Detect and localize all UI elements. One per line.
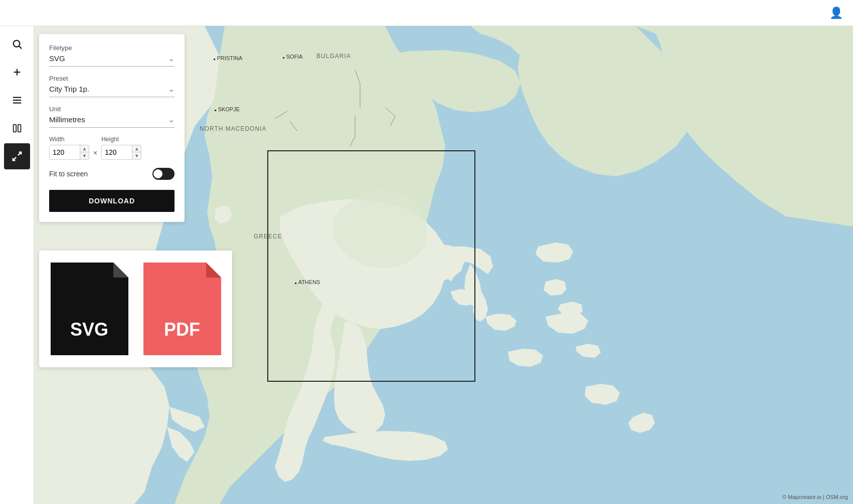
unit-chevron-icon[interactable]: ⌄ xyxy=(168,115,175,124)
filetype-label: Filetype xyxy=(49,44,175,52)
height-spin-up[interactable]: ▲ xyxy=(132,145,141,152)
fit-to-screen-label: Fit to screen xyxy=(49,170,88,178)
filetype-select-row[interactable]: SVG ⌄ xyxy=(49,54,175,67)
dimensions-field: Width ▲ ▼ × Height ▲ ▼ xyxy=(49,136,175,160)
width-spin-up[interactable]: ▲ xyxy=(80,145,89,152)
height-spinners: ▲ ▼ xyxy=(132,145,141,159)
svg-point-0 xyxy=(13,41,20,47)
preset-label: Preset xyxy=(49,75,175,82)
sidebar xyxy=(0,26,34,504)
svg-rect-7 xyxy=(13,125,16,132)
preset-value: City Trip 1p. xyxy=(49,85,89,93)
svg-file-label: SVG xyxy=(70,319,108,345)
times-sign: × xyxy=(93,149,97,160)
export-panel: Filetype SVG ⌄ Preset City Trip 1p. ⌄ Un… xyxy=(39,34,185,222)
width-spinners: ▲ ▼ xyxy=(80,145,89,159)
sidebar-item-add[interactable] xyxy=(4,59,30,85)
sidebar-item-export[interactable] xyxy=(4,143,30,169)
height-input[interactable] xyxy=(102,146,132,159)
unit-field: Unit Millimetres ⌄ xyxy=(49,105,175,128)
sidebar-item-menu[interactable] xyxy=(4,87,30,113)
height-label: Height xyxy=(101,136,141,143)
svg-file-icon[interactable]: SVG xyxy=(51,263,128,355)
unit-label: Unit xyxy=(49,105,175,113)
width-spin-down[interactable]: ▼ xyxy=(80,152,89,159)
toggle-knob xyxy=(153,169,162,178)
width-input[interactable] xyxy=(50,146,80,159)
fit-to-screen-toggle[interactable] xyxy=(152,168,175,180)
filetype-value: SVG xyxy=(49,54,65,63)
svg-marker-13 xyxy=(113,263,128,278)
unit-select-row[interactable]: Millimetres ⌄ xyxy=(49,115,175,128)
filetype-field: Filetype SVG ⌄ xyxy=(49,44,175,67)
copyright: © Mapcreator.io | OSM.org xyxy=(782,494,848,500)
preset-select-row[interactable]: City Trip 1p. ⌄ xyxy=(49,84,175,97)
height-group: Height ▲ ▼ xyxy=(101,136,141,160)
svg-rect-8 xyxy=(18,125,21,132)
fit-screen-row: Fit to screen xyxy=(49,168,175,180)
user-icon[interactable]: 👤 xyxy=(829,7,843,20)
pdf-file-shape: PDF xyxy=(143,263,221,355)
width-group: Width ▲ ▼ xyxy=(49,136,89,160)
svg-marker-15 xyxy=(206,263,221,278)
topbar: 👤 xyxy=(0,0,853,26)
width-label: Width xyxy=(49,136,89,143)
unit-value: Millimetres xyxy=(49,115,85,124)
filetype-panel: SVG PDF xyxy=(39,250,232,367)
svg-line-1 xyxy=(19,46,22,49)
svg-file-shape: SVG xyxy=(51,263,128,355)
pdf-file-label: PDF xyxy=(164,319,200,345)
sidebar-item-layers[interactable] xyxy=(4,115,30,141)
width-input-wrap: ▲ ▼ xyxy=(49,145,89,160)
filetype-chevron-icon[interactable]: ⌄ xyxy=(168,54,175,63)
height-input-wrap: ▲ ▼ xyxy=(101,145,141,160)
preset-field: Preset City Trip 1p. ⌄ xyxy=(49,75,175,97)
sidebar-item-search[interactable] xyxy=(4,31,30,57)
download-button[interactable]: DOWNLOAD xyxy=(49,190,175,212)
preset-chevron-icon[interactable]: ⌄ xyxy=(168,84,175,94)
height-spin-down[interactable]: ▼ xyxy=(132,152,141,159)
pdf-file-icon[interactable]: PDF xyxy=(143,263,221,355)
